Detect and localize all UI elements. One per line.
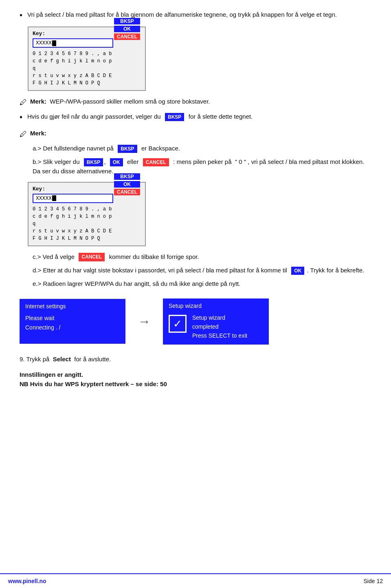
screen-left-body: Please wait Connecting . / [25, 314, 120, 332]
innstilling-section: Innstillingen er angitt. NB Hvis du har … [20, 371, 371, 387]
sub-item-a: a.> Det fullstendige navnet på BKSP er B… [33, 144, 371, 153]
footer: www.pinell.no Side 12 [0, 573, 391, 588]
screen-right-icon-area: ✓ Setup wizard completed Press SELECT to… [169, 313, 263, 340]
innstilling-line1: Innstillingen er angitt. [20, 371, 371, 378]
merk-text-1: Merk: WEP-/WPA-passord skiller mellom sm… [30, 97, 210, 106]
merk-icon-2: 🖊 [20, 129, 27, 140]
ok-inline-1: OK [110, 158, 123, 167]
key-row1-2: 0 1 2 3 4 5 6 7 8 9 . , a b [33, 206, 113, 213]
key-row4-1: F G H I J K L M N O P Q [33, 80, 113, 87]
ok-inline-2: OK [291, 267, 304, 275]
key-buttons-2: BKSP OK CANCEL [113, 173, 141, 242]
checkmark-box: ✓ [169, 315, 187, 333]
screen-left-line2: Connecting . / [25, 323, 120, 332]
step-9: 9. Trykk på Select for å avslutte. [20, 354, 371, 364]
key-row4-2: F G H I J K L M N O P Q [33, 235, 113, 242]
key-field-value-2: XXXXX [36, 195, 52, 201]
sub-list-c: c.> Ved å velge CANCEL kommer du tilbake… [33, 252, 371, 289]
right-arrow-icon: → [138, 314, 151, 329]
bullet-text-2: Hvis du gjør feil når du angir passordet… [27, 112, 253, 121]
bksp-inline-2: BKSP [118, 145, 137, 153]
merk-label-2: Merk: [30, 128, 46, 138]
key-field-value-1: XXXXX [36, 40, 52, 46]
checkmark-icon: ✓ [173, 318, 182, 329]
footer-page: Side 12 [364, 578, 383, 584]
cancel-inline-2: CANCEL [79, 253, 105, 261]
key-left-1: XXXXX 0 1 2 3 4 5 6 7 8 9 . , a b c d e … [33, 38, 113, 87]
bullet-text-1: Vri på select / bla med piltast for å bl… [27, 10, 337, 19]
key-row2-1: c d e f g h i j k l m n o p q [33, 57, 113, 72]
key-field-2: XXXXX [33, 194, 113, 203]
merk-line-1: 🖊 Merk: WEP-/WPA-passord skiller mellom … [20, 97, 371, 108]
sub-list: a.> Det fullstendige navnet på BKSP er B… [33, 144, 371, 176]
sub-item-c: c.> Ved å velge CANCEL kommer du tilbake… [33, 252, 371, 261]
screen-right-line3: Press SELECT to exit [192, 331, 247, 340]
key-field-1: XXXXX [33, 38, 113, 48]
screen-left: Internet settings Please wait Connecting… [20, 299, 125, 344]
key-buttons-1: BKSP OK CANCEL [113, 18, 141, 87]
bullet-dot-1: • [20, 11, 22, 20]
bksp-inline-1: BKSP [165, 113, 184, 122]
page-content: • Vri på select / bla med piltast for å … [0, 0, 391, 420]
bullet-dot-2: • [20, 113, 22, 122]
merk-icon-1: 🖊 [20, 97, 27, 108]
bksp-button-2[interactable]: BKSP [114, 173, 140, 180]
ok-button-1[interactable]: OK [114, 26, 140, 32]
key-box-1: Key: XXXXX 0 1 2 3 4 5 6 7 8 9 . , a b c… [28, 27, 146, 91]
screen-left-title: Internet settings [25, 303, 120, 309]
screen-right-line1: Setup wizard [192, 313, 247, 322]
footer-link[interactable]: www.pinell.no [8, 578, 46, 584]
screen-right-title: Setup wizard [169, 303, 263, 309]
cancel-inline-1: CANCEL [143, 158, 169, 167]
key-cursor-2 [52, 195, 56, 201]
bksp-button-1[interactable]: BKSP [114, 18, 140, 24]
cancel-button-1[interactable]: CANCEL [114, 33, 140, 40]
screen-right-line2: completed [192, 322, 247, 331]
bullet-2: • Hvis du gjør feil når du angir passord… [20, 112, 371, 122]
sub-item-b: b.> Slik velger du BKSP, OK eller CANCEL… [33, 157, 371, 176]
screen-right-text: Setup wizard completed Press SELECT to e… [192, 313, 247, 340]
key-chars-2: 0 1 2 3 4 5 6 7 8 9 . , a b c d e f g h … [33, 206, 113, 242]
bksp-inline-3: BKSP [84, 158, 103, 167]
ok-button-2[interactable]: OK [114, 181, 140, 188]
key-row2-2: c d e f g h i j k l m n o p q [33, 213, 113, 228]
arrow-section: Internet settings Please wait Connecting… [20, 298, 371, 345]
sub-item-e: e.> Radioen lagrer WEP/WPA du har angitt… [33, 279, 371, 288]
key-row1-1: 0 1 2 3 4 5 6 7 8 9 . , a b [33, 50, 113, 57]
screen-right: Setup wizard ✓ Setup wizard completed Pr… [163, 298, 269, 345]
key-chars-1: 0 1 2 3 4 5 6 7 8 9 . , a b c d e f g h … [33, 50, 113, 87]
merk-line-2: 🖊 Merk: [20, 128, 371, 140]
key-box-2: Key: XXXXX 0 1 2 3 4 5 6 7 8 9 . , a b c… [28, 182, 146, 246]
key-row3-2: r s t u v w x y z A B C D E [33, 228, 113, 235]
sub-item-d: d.> Etter at du har valgt siste bokstav … [33, 265, 371, 275]
screen-left-line1: Please wait [25, 314, 120, 323]
key-row3-1: r s t u v w x y z A B C D E [33, 72, 113, 80]
key-cursor-1 [52, 40, 56, 46]
key-inner-1: XXXXX 0 1 2 3 4 5 6 7 8 9 . , a b c d e … [33, 38, 141, 87]
bullet-1: • Vri på select / bla med piltast for å … [20, 10, 371, 20]
key-left-2: XXXXX 0 1 2 3 4 5 6 7 8 9 . , a b c d e … [33, 194, 113, 242]
key-inner-2: XXXXX 0 1 2 3 4 5 6 7 8 9 . , a b c d e … [33, 194, 141, 242]
innstilling-line2: NB Hvis du har WPS kryptert nettverk – s… [20, 380, 371, 387]
cancel-button-2[interactable]: CANCEL [114, 189, 140, 195]
